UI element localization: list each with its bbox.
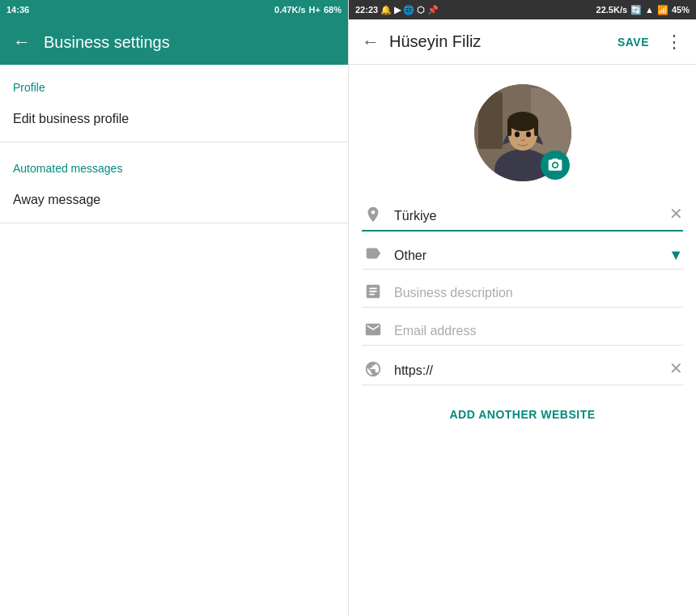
left-header: ← Business settings [0,19,348,65]
email-field [394,321,683,342]
svg-point-8 [515,132,520,138]
email-row [362,314,683,346]
svg-rect-6 [507,120,511,136]
right-network-speed: 22.5K/s [596,5,628,15]
divider-2 [0,223,348,223]
location-input[interactable] [394,206,660,227]
profile-section-label: Profile [0,65,348,100]
email-icon [362,321,384,342]
form-section: ✕ Other Retail Automotive Beauty Educati… [349,198,696,385]
automated-messages-section-label: Automated messages [0,146,348,181]
right-time: 22:23 [355,5,378,15]
right-status-right: 22.5K/s 🔄 ▲ 📶 45% [596,5,690,15]
description-icon [362,283,384,304]
website-field [394,360,660,381]
left-panel: 14:36 0.47K/s H+ 68% ← Business settings… [0,0,348,616]
location-row: ✕ [362,198,683,232]
more-options-button[interactable]: ⋮ [665,32,683,53]
left-network-type: H+ [309,5,320,15]
edit-business-profile-item[interactable]: Edit business profile [0,100,348,138]
category-select-wrapper: Other Retail Automotive Beauty Education… [394,245,683,266]
website-icon [362,360,384,381]
away-message-item[interactable]: Away message [0,181,348,219]
description-field [394,283,683,304]
right-page-title: Hüseyin Filiz [389,32,608,51]
location-clear-button[interactable]: ✕ [669,204,683,227]
right-sync-icon: 🔄 [630,5,642,15]
category-row: Other Retail Automotive Beauty Education… [362,238,683,270]
change-photo-button[interactable] [541,151,570,180]
right-notification-icons: 🔔 ▶ 🌐 ⬡ 📌 [380,5,439,15]
location-field [394,206,660,227]
category-icon [362,244,384,266]
svg-rect-1 [478,92,503,149]
left-network-speed: 0.47K/s [274,5,306,15]
right-battery: 45% [672,5,690,15]
category-select[interactable]: Other Retail Automotive Beauty Education… [394,245,668,266]
right-status-bar: 22:23 🔔 ▶ 🌐 ⬡ 📌 22.5K/s 🔄 ▲ 📶 45% [349,0,696,19]
email-input[interactable] [394,321,683,342]
svg-point-5 [507,112,538,131]
avatar-section [349,65,696,198]
category-dropdown-arrow: ▼ [668,247,683,264]
left-time: 14:36 [6,5,29,15]
left-status-right: 0.47K/s H+ 68% [274,5,342,15]
left-content: Profile Edit business profile Automated … [0,65,348,616]
left-page-title: Business settings [44,33,170,52]
right-back-button[interactable]: ← [362,32,380,53]
svg-point-9 [526,132,531,138]
description-input[interactable] [394,283,683,304]
right-header: ← Hüseyin Filiz SAVE ⋮ [349,19,696,65]
right-panel: 22:23 🔔 ▶ 🌐 ⬡ 📌 22.5K/s 🔄 ▲ 📶 45% ← Hüse… [348,0,696,616]
right-content: ✕ Other Retail Automotive Beauty Educati… [349,65,696,616]
right-status-left: 22:23 🔔 ▶ 🌐 ⬡ 📌 [355,5,439,15]
add-website-button[interactable]: ADD ANOTHER WEBSITE [349,392,696,434]
right-wifi-icon: ▲ [645,5,654,15]
save-button[interactable]: SAVE [617,36,649,49]
website-clear-button[interactable]: ✕ [669,359,683,381]
location-icon [362,206,384,227]
divider-1 [0,142,348,142]
left-status-bar: 14:36 0.47K/s H+ 68% [0,0,348,19]
description-row [362,276,683,308]
camera-icon [547,157,563,173]
website-row: ✕ [362,352,683,385]
left-battery: 68% [324,5,342,15]
left-back-button[interactable]: ← [13,32,31,53]
website-input[interactable] [394,360,660,381]
avatar-wrapper [474,84,571,181]
right-signal-icon: 📶 [657,5,668,15]
svg-rect-7 [534,120,538,136]
